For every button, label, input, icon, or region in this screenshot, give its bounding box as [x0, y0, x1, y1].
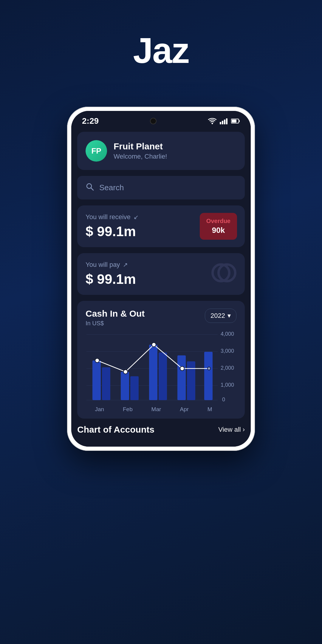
- chart-card: Cash In & Out In US$ 2022 ▾: [77, 301, 245, 419]
- chart-header: Cash In & Out In US$ 2022 ▾: [86, 309, 236, 327]
- pay-arrow-icon: ↗: [123, 261, 128, 268]
- overdue-label: Overdue: [206, 218, 230, 225]
- wifi-icon: [208, 118, 217, 124]
- svg-rect-4: [226, 118, 227, 124]
- svg-text:0: 0: [222, 397, 225, 402]
- svg-point-35: [208, 367, 210, 370]
- search-container[interactable]: Search: [77, 176, 245, 199]
- chart-label-mar: Mar: [151, 406, 161, 413]
- svg-rect-28: [177, 355, 186, 400]
- view-all-button[interactable]: View all ›: [218, 426, 245, 434]
- overdue-badge: Overdue 90k: [200, 213, 237, 240]
- pay-card: You will pay ↗ $ 99.1m: [77, 253, 245, 295]
- svg-text:4,000: 4,000: [221, 332, 234, 337]
- header-text: Fruit Planet Welcome, Charlie!: [114, 141, 167, 160]
- svg-rect-22: [92, 360, 101, 400]
- welcome-message: Welcome, Charlie!: [114, 153, 167, 160]
- svg-rect-3: [224, 120, 225, 124]
- app-content: FP Fruit Planet Welcome, Charlie!: [71, 132, 251, 447]
- svg-text:3,000: 3,000: [221, 348, 234, 354]
- search-placeholder: Search: [99, 183, 124, 192]
- accounts-title: Chart of Accounts: [77, 425, 154, 435]
- avatar: FP: [86, 140, 107, 162]
- overdue-value: 90k: [206, 226, 230, 235]
- svg-text:2,000: 2,000: [221, 365, 234, 371]
- svg-rect-1: [220, 122, 221, 124]
- phone-frame: 2:29: [67, 107, 255, 451]
- svg-text:1,000: 1,000: [221, 382, 234, 388]
- phone-screen: 2:29: [71, 111, 251, 447]
- search-bar[interactable]: Search: [77, 176, 245, 199]
- header-card: FP Fruit Planet Welcome, Charlie!: [77, 132, 245, 170]
- svg-rect-29: [187, 361, 195, 400]
- signal-icon: [220, 118, 228, 124]
- svg-point-31: [95, 358, 99, 363]
- svg-rect-23: [102, 367, 110, 400]
- year-value: 2022: [210, 312, 225, 320]
- receive-card: You will receive ↙ $ 99.1m Overdue 90k: [77, 205, 245, 247]
- svg-point-33: [152, 343, 156, 347]
- search-icon: [86, 182, 94, 193]
- chart-subtitle: In US$: [86, 320, 145, 327]
- svg-rect-30: [204, 352, 213, 400]
- svg-rect-24: [121, 372, 129, 400]
- chart-area: 4,000 3,000 2,000 1,000 0: [86, 332, 236, 403]
- chart-x-labels: Jan Feb Mar Apr M: [86, 406, 236, 413]
- chart-label-m: M: [208, 406, 212, 413]
- chart-svg: 4,000 3,000 2,000 1,000 0: [86, 332, 236, 403]
- status-icons: [208, 118, 240, 124]
- status-time: 2:29: [82, 116, 99, 126]
- chevron-right-icon: ›: [243, 426, 245, 434]
- chart-label-apr: Apr: [180, 406, 189, 413]
- chart-title: Cash In & Out: [86, 309, 145, 319]
- year-selector[interactable]: 2022 ▾: [205, 309, 236, 323]
- svg-rect-2: [222, 121, 223, 124]
- svg-point-0: [211, 123, 213, 124]
- svg-rect-25: [130, 376, 139, 400]
- svg-rect-26: [149, 345, 157, 400]
- chart-title-area: Cash In & Out In US$: [86, 309, 145, 327]
- chevron-down-icon: ▾: [227, 312, 231, 320]
- accounts-section-header: Chart of Accounts View all ›: [77, 425, 245, 438]
- app-title: Jaz: [133, 30, 189, 71]
- svg-point-32: [123, 370, 128, 374]
- svg-rect-27: [159, 352, 167, 400]
- svg-rect-7: [232, 120, 236, 123]
- svg-line-9: [91, 188, 93, 190]
- camera-notch: [150, 118, 157, 124]
- company-name: Fruit Planet: [114, 141, 167, 151]
- chart-label-feb: Feb: [123, 406, 133, 413]
- battery-icon: [231, 118, 240, 124]
- svg-point-34: [180, 366, 184, 371]
- svg-rect-6: [239, 120, 240, 122]
- status-bar: 2:29: [71, 111, 251, 129]
- pay-watermark-icon: [209, 259, 239, 292]
- receive-arrow-icon: ↙: [134, 213, 139, 221]
- chart-label-jan: Jan: [95, 406, 104, 413]
